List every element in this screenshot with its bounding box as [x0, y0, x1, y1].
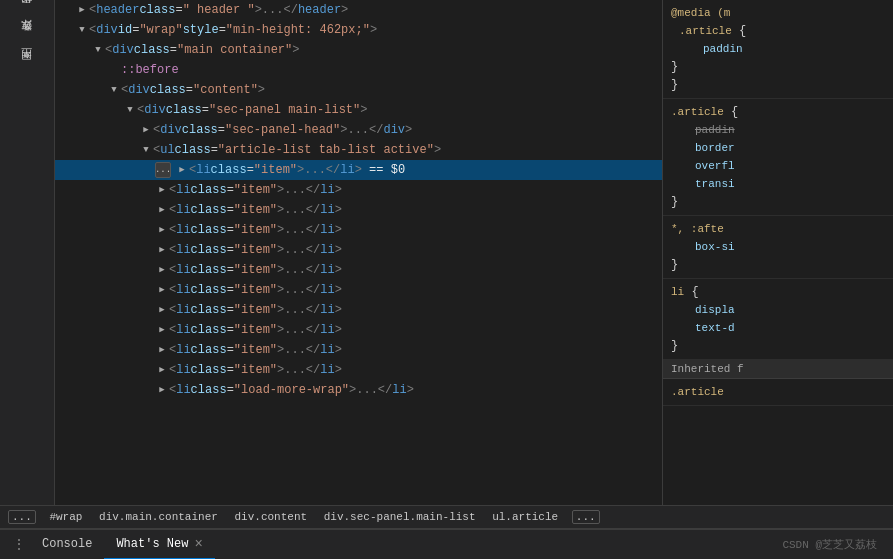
- html-line-sec-panel-head[interactable]: ▶ <div class="sec-panel-head" >...</div>: [55, 120, 662, 140]
- css-rule-article-1: .article { paddin border overfl transi }: [663, 99, 893, 216]
- css-rule-inherited-article: .article: [663, 379, 893, 406]
- breadcrumb-main-container[interactable]: div.main.container: [96, 511, 221, 523]
- css-rule-universal: *, :afte box-si }: [663, 216, 893, 279]
- breadcrumb-ul-article[interactable]: ul.article: [489, 511, 561, 523]
- devtools-main: 用指 数库 网主 ▶ <header class=" header " >...…: [0, 0, 893, 505]
- tab-whats-new[interactable]: What's New ×: [104, 530, 214, 560]
- breadcrumb-ellipsis-end[interactable]: ...: [572, 510, 600, 524]
- html-line-content[interactable]: ▼ <div class="content" >: [55, 80, 662, 100]
- html-line-ul-article[interactable]: ▼ <ul class="article-list tab-list activ…: [55, 140, 662, 160]
- breadcrumb-sec-panel[interactable]: div.sec-panel.main-list: [321, 511, 479, 523]
- tab-close-button[interactable]: ×: [194, 537, 202, 551]
- html-tree: ▶ <header class=" header " >...</header>…: [55, 0, 662, 400]
- sidebar: 用指 数库 网主: [0, 0, 55, 505]
- sidebar-item-label-2[interactable]: 数库: [18, 36, 37, 44]
- html-line-main-container[interactable]: ▼ <div class="main container" >: [55, 40, 662, 60]
- expand-arrow-10[interactable]: ▶: [155, 183, 169, 197]
- expand-arrow-1[interactable]: ▶: [75, 3, 89, 17]
- watermark-text: CSDN @芝芝又荔枝: [782, 537, 877, 552]
- tab-bar: ⋮ Console What's New × CSDN @芝芝又荔枝: [0, 529, 893, 559]
- html-line-li-1[interactable]: ... ▶ <li class="item" >...</li> == $0: [55, 160, 662, 180]
- tab-whats-new-label: What's New: [116, 537, 188, 551]
- html-line-li-2[interactable]: ▶ <li class="item" >...</li>: [55, 180, 662, 200]
- html-line-li-6[interactable]: ▶ <li class="item" >...</li>: [55, 260, 662, 280]
- tab-console-label: Console: [42, 537, 92, 551]
- css-panel: @media (m .article { paddin } } .article…: [663, 0, 893, 505]
- breadcrumb-wrap[interactable]: #wrap: [46, 511, 85, 523]
- html-line-li-9[interactable]: ▶ <li class="item" >...</li>: [55, 320, 662, 340]
- html-line-li-5[interactable]: ▶ <li class="item" >...</li>: [55, 240, 662, 260]
- html-line-li-11[interactable]: ▶ <li class="item" >...</li>: [55, 360, 662, 380]
- html-line-li-8[interactable]: ▶ <li class="item" >...</li>: [55, 300, 662, 320]
- ellipsis-button[interactable]: ...: [155, 162, 171, 178]
- expand-arrow-7[interactable]: ▶: [139, 123, 153, 137]
- inherited-label: Inherited f: [663, 360, 893, 379]
- html-line-li-3[interactable]: ▶ <li class="item" >...</li>: [55, 200, 662, 220]
- expand-arrow-5[interactable]: ▼: [107, 83, 121, 97]
- html-line-li-10[interactable]: ▶ <li class="item" >...</li>: [55, 340, 662, 360]
- sidebar-item-label-1[interactable]: 用指: [18, 8, 37, 16]
- breadcrumb-div-content[interactable]: div.content: [231, 511, 310, 523]
- html-line-li-7[interactable]: ▶ <li class="item" >...</li>: [55, 280, 662, 300]
- html-line-header[interactable]: ▶ <header class=" header " >...</header>: [55, 0, 662, 20]
- expand-arrow-2[interactable]: ▼: [75, 23, 89, 37]
- breadcrumb-ellipsis-start[interactable]: ...: [8, 510, 36, 524]
- expand-arrow-6[interactable]: ▼: [123, 103, 137, 117]
- tab-console[interactable]: Console: [30, 530, 104, 560]
- expand-arrow-8[interactable]: ▼: [139, 143, 153, 157]
- html-line-load-more[interactable]: ▶ <li class="load-more-wrap" >...</li>: [55, 380, 662, 400]
- breadcrumb-bar: ... #wrap div.main.container div.content…: [0, 505, 893, 529]
- expand-arrow-9[interactable]: ▶: [175, 163, 189, 177]
- css-rule-media: @media (m .article { paddin } }: [663, 0, 893, 99]
- html-panel[interactable]: ▶ <header class=" header " >...</header>…: [55, 0, 663, 505]
- expand-arrow-3[interactable]: ▼: [91, 43, 105, 57]
- html-line-wrap[interactable]: ▼ <div id="wrap" style="min-height: 462p…: [55, 20, 662, 40]
- css-rule-li: li { displa text-d }: [663, 279, 893, 360]
- html-line-li-4[interactable]: ▶ <li class="item" >...</li>: [55, 220, 662, 240]
- html-line-sec-panel[interactable]: ▼ <div class="sec-panel main-list" >: [55, 100, 662, 120]
- html-line-before[interactable]: ▶ ::before: [55, 60, 662, 80]
- tab-dots[interactable]: ⋮: [8, 536, 30, 553]
- sidebar-item-label-3[interactable]: 网主: [18, 64, 37, 72]
